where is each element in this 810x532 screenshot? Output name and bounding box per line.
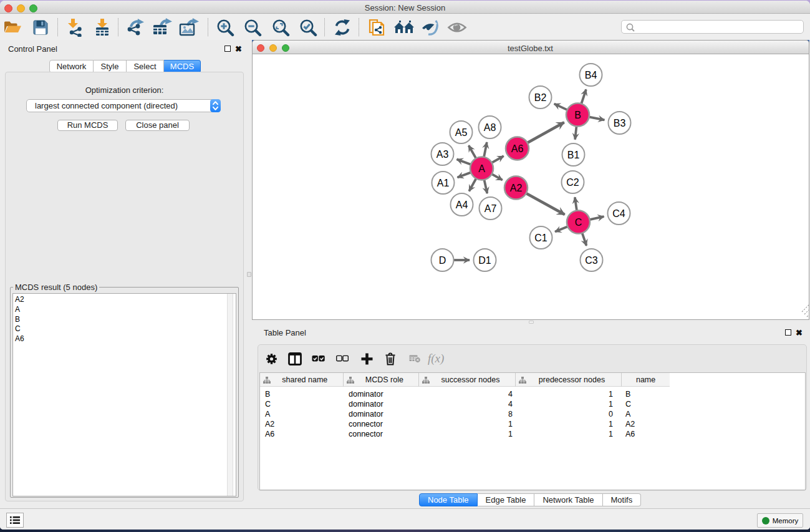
svg-text:B2: B2 [534, 92, 546, 103]
svg-text:B1: B1 [567, 150, 579, 160]
svg-text:A5: A5 [455, 127, 467, 138]
svg-text:B4: B4 [584, 70, 597, 80]
svg-text:B3: B3 [613, 118, 625, 128]
svg-text:D1: D1 [478, 255, 491, 266]
svg-text:A6: A6 [511, 143, 523, 154]
svg-text:A8: A8 [483, 122, 496, 133]
svg-text:A4: A4 [455, 200, 468, 210]
svg-text:B: B [574, 110, 581, 120]
svg-text:A3: A3 [436, 149, 448, 160]
svg-text:A: A [478, 163, 485, 174]
svg-text:A7: A7 [484, 203, 496, 214]
svg-text:A2: A2 [509, 183, 522, 193]
svg-text:C3: C3 [585, 255, 598, 266]
svg-text:C1: C1 [534, 233, 547, 243]
svg-text:C2: C2 [566, 177, 579, 188]
svg-text:D: D [438, 255, 446, 266]
svg-text:A1: A1 [436, 178, 449, 188]
svg-text:C4: C4 [612, 208, 625, 219]
svg-text:C: C [574, 217, 582, 228]
